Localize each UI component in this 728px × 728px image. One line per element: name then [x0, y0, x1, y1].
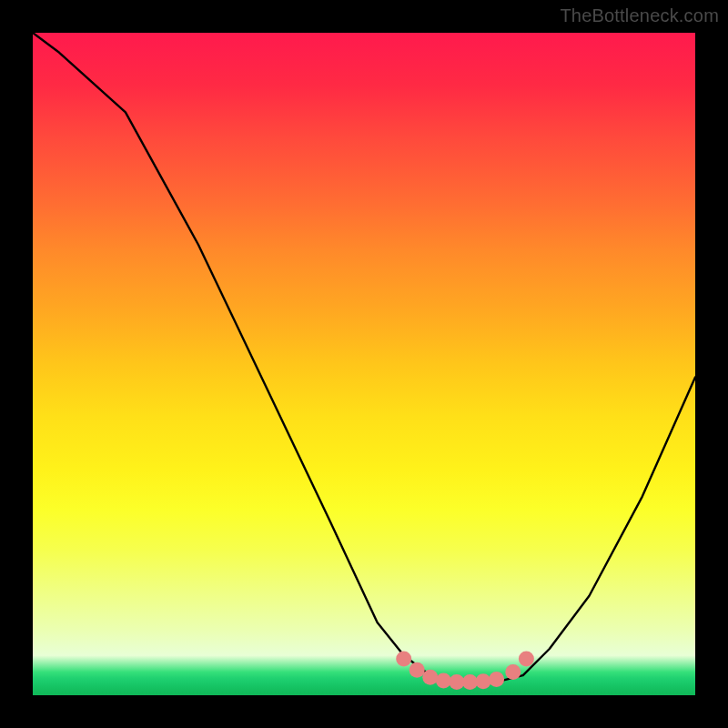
highlight-dot	[505, 664, 521, 680]
highlight-dots-group	[396, 652, 534, 690]
highlight-dot	[410, 662, 425, 678]
chart-frame: TheBottleneck.com	[0, 0, 728, 728]
highlight-dot	[476, 673, 491, 689]
highlight-dot	[396, 652, 411, 667]
highlight-dot	[422, 670, 438, 685]
curve-line	[33, 33, 695, 682]
highlight-dot	[436, 673, 451, 689]
plot-area	[33, 33, 695, 695]
highlight-dot	[462, 674, 478, 690]
highlight-dot	[449, 674, 464, 690]
highlight-dot	[489, 672, 504, 687]
highlight-dot	[519, 652, 534, 667]
chart-svg	[33, 33, 695, 695]
watermark-text: TheBottleneck.com	[560, 5, 719, 26]
